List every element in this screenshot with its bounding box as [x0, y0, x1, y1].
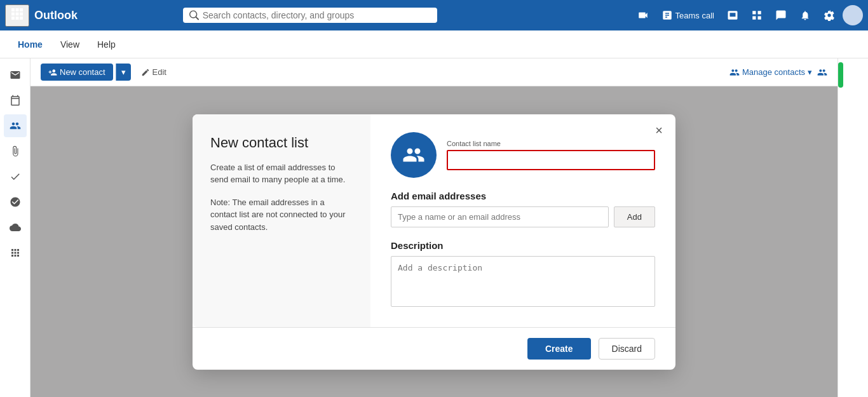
description-label: Description: [391, 240, 655, 251]
svg-rect-6: [11, 17, 15, 20]
sidebar-icon-cloud[interactable]: [4, 216, 27, 239]
sidebar-icon-mail[interactable]: [4, 64, 27, 86]
modal-close-button[interactable]: ×: [650, 122, 668, 140]
new-contact-dropdown-button[interactable]: ▾: [116, 64, 131, 81]
add-email-section: Add email addresses Add: [391, 191, 655, 227]
add-email-button[interactable]: Add: [614, 206, 655, 227]
modal-overlay: × New contact list Create a list of emai…: [31, 86, 837, 397]
edit-label: Edit: [153, 67, 166, 77]
new-contact-button[interactable]: New contact: [41, 64, 113, 81]
svg-rect-0: [11, 8, 15, 11]
teams-icon: [661, 10, 673, 21]
chat-button[interactable]: [770, 7, 792, 24]
modal-left-panel: New contact list Create a list of email …: [193, 114, 370, 327]
svg-rect-3: [11, 12, 15, 15]
tab-help[interactable]: Help: [90, 34, 123, 55]
manage-contacts-icon: [729, 67, 740, 77]
grid-button[interactable]: [746, 7, 768, 24]
create-button[interactable]: Create: [527, 338, 591, 360]
edit-button[interactable]: Edit: [136, 64, 172, 81]
svg-rect-5: [20, 12, 23, 15]
search-input[interactable]: [203, 10, 431, 20]
description-textarea[interactable]: [391, 256, 655, 307]
app-logo: Outlook: [34, 9, 78, 22]
screen-share-button[interactable]: [722, 7, 743, 24]
contact-list-button[interactable]: [817, 67, 827, 77]
tab-view[interactable]: View: [53, 34, 87, 55]
contact-list-avatar: [391, 132, 437, 178]
search-icon: [189, 10, 199, 20]
content-toolbar: New contact ▾ Edit Manage contacts ▾: [31, 58, 837, 86]
sidebar-icon-attach[interactable]: [4, 140, 27, 163]
modal-title: New contact list: [210, 135, 353, 151]
new-contact-icon: [48, 68, 57, 77]
bell-button[interactable]: [794, 7, 816, 24]
right-panel: [837, 58, 868, 397]
search-bar: [183, 8, 437, 23]
main-layout: New contact ▾ Edit Manage contacts ▾: [0, 58, 868, 397]
teams-call-area[interactable]: Teams call: [656, 7, 719, 24]
svg-rect-7: [16, 17, 19, 20]
tab-home[interactable]: Home: [10, 34, 50, 55]
add-email-label: Add email addresses: [391, 191, 655, 201]
email-input-row: Add: [391, 206, 655, 227]
toolbar-right: Manage contacts ▾: [729, 67, 827, 77]
right-panel-icon-1[interactable]: [838, 64, 869, 86]
waffle-menu-button[interactable]: [5, 4, 29, 27]
manage-contacts-chevron: ▾: [808, 67, 812, 77]
new-contact-label: New contact: [60, 67, 105, 77]
user-avatar[interactable]: [843, 5, 863, 25]
manage-contacts-label: Manage contacts: [742, 67, 805, 77]
contact-list-name-input[interactable]: [447, 150, 655, 170]
modal-body: New contact list Create a list of email …: [193, 114, 675, 327]
modal-right-panel: Contact list name Add email addresses Ad…: [370, 114, 675, 327]
modal-description-1: Create a list of email addresses to send…: [210, 161, 353, 186]
sidebar-icon-people[interactable]: [4, 114, 27, 137]
modal-footer: Create Discard: [193, 327, 675, 370]
new-contact-list-modal: × New contact list Create a list of emai…: [193, 114, 675, 370]
content-area: New contact ▾ Edit Manage contacts ▾: [31, 58, 837, 397]
contact-list-name-label: Contact list name: [447, 140, 655, 147]
email-input[interactable]: [391, 206, 609, 227]
sidebar-icon-yammer[interactable]: [4, 191, 27, 213]
sidebar-icons: [0, 58, 31, 397]
svg-rect-2: [20, 8, 23, 11]
manage-contacts-button[interactable]: Manage contacts ▾: [729, 67, 812, 77]
contact-list-icon: [817, 67, 827, 77]
subnav: Home View Help: [0, 30, 868, 58]
topbar-right-area: Teams call: [632, 5, 863, 25]
sidebar-icon-calendar[interactable]: [4, 89, 27, 112]
svg-rect-4: [16, 12, 19, 15]
svg-rect-1: [16, 8, 19, 11]
description-section: Description: [391, 240, 655, 309]
topbar: Outlook Teams call: [0, 0, 868, 30]
teams-call-label: Teams call: [675, 11, 714, 20]
sidebar-icon-check[interactable]: [4, 165, 27, 188]
content-body: × New contact list Create a list of emai…: [31, 86, 837, 397]
discard-button[interactable]: Discard: [599, 338, 655, 360]
svg-rect-8: [20, 17, 23, 20]
sidebar-icon-apps[interactable]: [4, 241, 27, 264]
settings-button[interactable]: [818, 7, 840, 24]
contact-list-header: Contact list name: [391, 132, 655, 178]
contact-list-name-area: Contact list name: [447, 140, 655, 170]
modal-description-2: Note: The email addresses in a contact l…: [210, 196, 353, 234]
edit-icon: [141, 68, 150, 77]
video-call-button[interactable]: [632, 7, 654, 24]
